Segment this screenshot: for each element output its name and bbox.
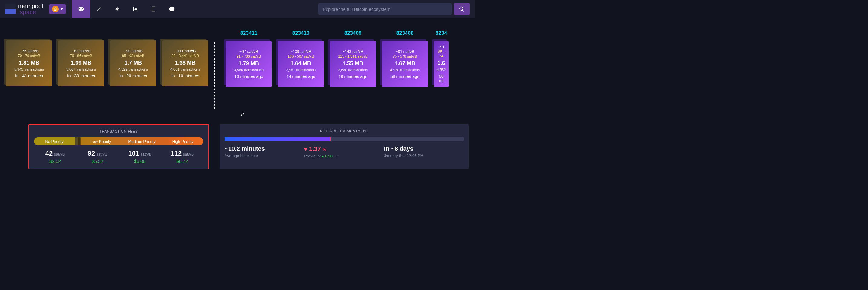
fee-median: ~91 xyxy=(438,45,444,49)
block-size: 1.69 MB xyxy=(71,60,91,66)
previous-value: Previous: ▴ 6.98 % xyxy=(304,154,384,158)
fee-tier-value: 101sat/vB $6.06 xyxy=(119,149,161,164)
fee-range: 85 - 93 sat/vB xyxy=(122,54,144,58)
mined-block[interactable]: 823409 ~143 sat/vB 115 - 1,311 sat/vB 1.… xyxy=(330,30,376,87)
block-time-label: Average block time xyxy=(224,153,304,158)
mined-block[interactable]: 823410 ~109 sat/vB 100 - 567 sat/vB 1.64… xyxy=(278,30,324,87)
tx-count: 3,680 transactions xyxy=(338,68,368,72)
mempool-block[interactable]: ~90 sat/vB 85 - 93 sat/vB 1.7 MB 4,529 t… xyxy=(110,30,156,86)
fee-rate: 101 xyxy=(128,149,140,157)
block-height[interactable]: 8234 xyxy=(435,30,447,36)
difficulty-marker xyxy=(330,137,331,141)
fee-tier-value: 42sat/vB $2.52 xyxy=(34,149,76,164)
fee-range: 70 - 79 sat/vB xyxy=(18,54,40,58)
mempool-logo-icon xyxy=(5,4,16,14)
block-ago: 19 minutes ago xyxy=(338,74,367,79)
mined-block[interactable]: 8234 ~91 85 - 74 1.6 4,532 60 mi xyxy=(434,30,448,87)
fee-range: 79 - 86 sat/vB xyxy=(70,54,92,58)
block-ago: 13 minutes ago xyxy=(234,74,263,79)
chart-icon xyxy=(132,6,138,12)
tx-count: 4,051 transactions xyxy=(170,67,200,72)
fee-median: ~81 sat/vB xyxy=(396,49,414,54)
bolt-icon xyxy=(115,6,120,12)
docs-tab[interactable] xyxy=(145,0,163,18)
fee-usd: $6.06 xyxy=(119,158,161,164)
block-height[interactable]: 823410 xyxy=(292,30,310,36)
fee-median: ~90 sat/vB xyxy=(124,49,143,53)
fee-range: 115 - 1,311 sat/vB xyxy=(338,55,367,59)
block-height[interactable]: 823411 xyxy=(240,30,257,36)
search-button[interactable] xyxy=(454,3,470,15)
block-ago: 60 mi xyxy=(436,74,446,83)
brand-logo[interactable]: mempool .space xyxy=(5,3,49,15)
brand-bottom: .space xyxy=(18,9,43,15)
block-height[interactable]: 823409 xyxy=(344,30,362,36)
brand-top: mempool xyxy=(18,3,43,9)
dashboard-tab[interactable] xyxy=(72,0,90,18)
mempool-block[interactable]: ~111 sat/vB 92 - 3,441 sat/vB 1.68 MB 4,… xyxy=(162,30,208,86)
tx-count: 3,981 transactions xyxy=(286,68,316,72)
mined-blocks: 823411 ~97 sat/vB 91 - 736 sat/vB 1.79 M… xyxy=(215,30,448,87)
mining-tab[interactable] xyxy=(90,0,108,18)
search-input[interactable] xyxy=(318,3,452,15)
block-size: 1.55 MB xyxy=(343,61,363,67)
mempool-block[interactable]: ~82 sat/vB 79 - 86 sat/vB 1.69 MB 5,067 … xyxy=(58,30,104,86)
fee-range: 92 - 3,441 sat/vB xyxy=(172,54,199,58)
difficulty-progress-bar xyxy=(224,137,464,141)
block-size: 1.81 MB xyxy=(19,60,39,66)
eta-value: In ~8 days xyxy=(384,145,464,152)
nav-icons xyxy=(72,0,181,18)
network-selector[interactable]: ₿ xyxy=(49,4,66,14)
fee-range: 100 - 567 sat/vB xyxy=(287,55,314,59)
chevron-down-icon xyxy=(61,8,63,10)
graphs-tab[interactable] xyxy=(126,0,145,18)
panels: Transaction Fees No Priority Low Priorit… xyxy=(0,124,474,169)
block-eta: In ~30 minutes xyxy=(67,73,95,78)
mempool-block[interactable]: ~75 sat/vB 70 - 79 sat/vB 1.81 MB 5,345 … xyxy=(6,30,52,86)
fee-unit: sat/vB xyxy=(96,152,107,156)
mined-block[interactable]: 823408 ~81 sat/vB 75 - 578 sat/vB 1.67 M… xyxy=(382,30,428,87)
bitcoin-icon: ₿ xyxy=(52,6,59,12)
book-icon xyxy=(151,6,157,12)
lightning-tab[interactable] xyxy=(108,0,126,18)
info-icon xyxy=(169,6,175,12)
block-height[interactable]: 823408 xyxy=(397,30,414,36)
fee-range: 85 - 74 xyxy=(436,50,446,58)
eta-date: January 6 at 12:06 PM xyxy=(384,153,464,158)
fee-median: ~111 sat/vB xyxy=(175,49,195,53)
difficulty-fill xyxy=(224,137,330,141)
fee-usd: $2.52 xyxy=(34,158,76,164)
tx-count: 3,566 transactions xyxy=(234,68,264,72)
eta-col: In ~8 days January 6 at 12:06 PM xyxy=(384,145,464,158)
tx-count: 4,532 xyxy=(437,68,446,72)
hammer-icon xyxy=(96,6,102,12)
change-col: ▾ 1.37 % Previous: ▴ 6.98 % xyxy=(304,145,384,158)
mined-block[interactable]: 823411 ~97 sat/vB 91 - 736 sat/vB 1.79 M… xyxy=(226,30,272,87)
fee-values-row: 42sat/vB $2.5292sat/vB $5.52101sat/vB $6… xyxy=(34,149,204,164)
brand-text: mempool .space xyxy=(18,3,43,15)
tier-no-priority: No Priority xyxy=(34,138,75,145)
tx-count: 5,067 transactions xyxy=(66,67,96,72)
about-tab[interactable] xyxy=(163,0,181,18)
fee-rate: 92 xyxy=(88,149,95,157)
fee-median: ~143 sat/vB xyxy=(342,49,363,54)
fee-tiers-bar: No Priority Low Priority Medium Priority… xyxy=(34,138,204,145)
block-ago: 14 minutes ago xyxy=(286,74,315,79)
blocks-row: /vB sat/vB MB sactions inutes ~75 sat/vB… xyxy=(0,30,474,109)
gauge-icon xyxy=(78,6,84,12)
fee-unit: sat/vB xyxy=(183,152,194,156)
tier-low-priority: Low Priority xyxy=(81,138,122,145)
fee-tier-value: 112sat/vB $6.72 xyxy=(161,149,204,164)
swap-icon[interactable]: ⇄ xyxy=(239,111,245,117)
change-value: ▾ 1.37 % xyxy=(304,145,384,152)
block-ago: 58 minutes ago xyxy=(391,74,420,79)
transaction-fees-panel: Transaction Fees No Priority Low Priorit… xyxy=(28,124,209,169)
fee-usd: $6.72 xyxy=(161,158,204,164)
block-size: 1.64 MB xyxy=(290,61,311,67)
block-size: 1.67 MB xyxy=(395,61,415,67)
block-size: 1.6 xyxy=(437,60,445,67)
fee-median: ~75 sat/vB xyxy=(20,49,38,53)
fee-rate: 42 xyxy=(45,149,53,157)
fee-median: ~82 sat/vB xyxy=(72,49,91,53)
block-size: 1.79 MB xyxy=(239,61,259,67)
